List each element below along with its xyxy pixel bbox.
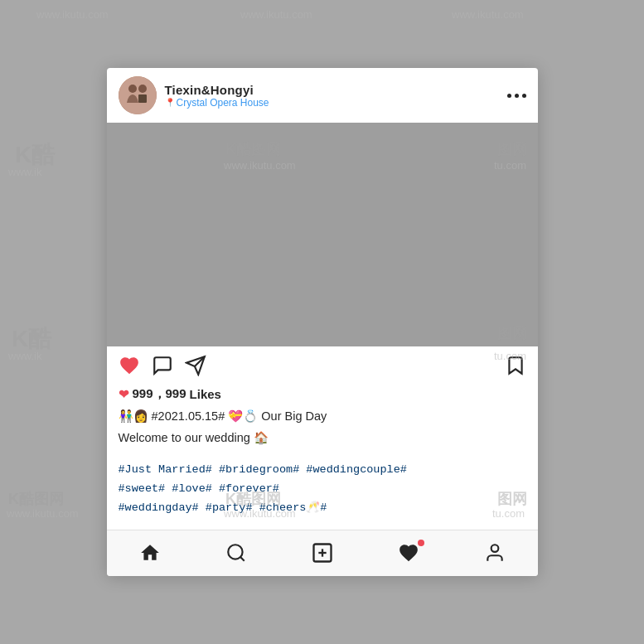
- likes-heart: ❤: [119, 387, 129, 402]
- comment-icon: [152, 355, 173, 376]
- watermark-url-bottom-left: www.ikutu.com: [7, 507, 79, 520]
- location: 📍 Crystal Opera House: [165, 97, 269, 109]
- share-icon: [185, 355, 206, 376]
- likes-count: 999，999: [133, 386, 186, 402]
- add-icon: [311, 541, 334, 564]
- hashtag-line-3: #weddingday# #party# #cheers🥂#: [119, 499, 526, 518]
- svg-line-7: [240, 557, 245, 561]
- nav-search-button[interactable]: [215, 538, 257, 568]
- instagram-post-card: Tiexin&Hongyi 📍 Crystal Opera House: [107, 68, 538, 575]
- svg-point-11: [491, 545, 498, 552]
- home-icon: [139, 542, 161, 564]
- caption-line-1: 👫👩 #2021.05.15# 💝💍 Our Big Day: [119, 407, 526, 426]
- avatar-image: [119, 76, 157, 114]
- hashtag-line-1: #Just Married# #bridegroom# #weddingcoup…: [119, 461, 526, 480]
- comment-button[interactable]: [152, 355, 173, 376]
- bottom-navigation: [107, 530, 538, 576]
- bookmark-icon: [505, 355, 526, 376]
- avatar-svg: [119, 76, 157, 114]
- notification-badge: [418, 540, 424, 546]
- search-icon: [225, 542, 247, 564]
- heart-nav-icon: [398, 542, 419, 564]
- watermark-3: www.ikutu.com: [452, 8, 524, 21]
- watermark-2: www.ikutu.com: [240, 8, 312, 21]
- location-pin-icon: 📍: [165, 98, 175, 107]
- watermark-logo-bottom-left: K酷图网: [8, 489, 64, 509]
- like-button[interactable]: [119, 355, 140, 376]
- watermark-url-left-mid: www.ik: [8, 166, 41, 178]
- action-bar: [107, 346, 538, 385]
- post-header: Tiexin&Hongyi 📍 Crystal Opera House: [107, 68, 538, 123]
- username: Tiexin&Hongyi: [165, 83, 269, 97]
- watermark-k-logo-2: K酷: [12, 323, 51, 355]
- bookmark-button[interactable]: [505, 355, 526, 376]
- caption-line-2: Welcome to our wedding 🏠: [119, 429, 526, 448]
- share-button[interactable]: [185, 355, 206, 376]
- location-text: Crystal Opera House: [177, 97, 269, 109]
- nav-add-button[interactable]: [302, 538, 343, 568]
- dot-2: [515, 94, 519, 98]
- hashtags-area: #Just Married# #bridegroom# #weddingcoup…: [107, 454, 538, 530]
- likes-count-row: ❤ 999，999Likes: [107, 385, 538, 405]
- action-left: [119, 355, 206, 376]
- watermark-url-left-lower: www.ik: [8, 350, 41, 362]
- caption-area: 👫👩 #2021.05.15# 💝💍 Our Big Day Welcome t…: [107, 405, 538, 453]
- nav-profile-button[interactable]: [474, 538, 516, 568]
- svg-point-0: [119, 76, 157, 114]
- more-options-button[interactable]: [507, 94, 526, 98]
- user-info: Tiexin&Hongyi 📍 Crystal Opera House: [165, 83, 269, 109]
- dot-3: [522, 94, 526, 98]
- svg-point-6: [228, 545, 242, 559]
- heart-icon: [119, 355, 140, 376]
- watermark-k-logo-1: K酷: [15, 139, 55, 171]
- svg-rect-3: [138, 94, 147, 103]
- svg-point-2: [138, 85, 147, 93]
- profile-icon: [484, 542, 506, 564]
- likes-label: Likes: [190, 387, 221, 401]
- header-left: Tiexin&Hongyi 📍 Crystal Opera House: [119, 76, 269, 114]
- post-image: [107, 123, 538, 346]
- hashtag-line-2: #sweet# #love# #forever#: [119, 480, 526, 499]
- avatar: [119, 76, 157, 114]
- nav-notifications-button[interactable]: [388, 538, 429, 568]
- nav-home-button[interactable]: [129, 538, 171, 568]
- watermark-1: www.ikutu.com: [36, 8, 109, 21]
- dot-1: [507, 94, 511, 98]
- svg-point-1: [128, 85, 137, 93]
